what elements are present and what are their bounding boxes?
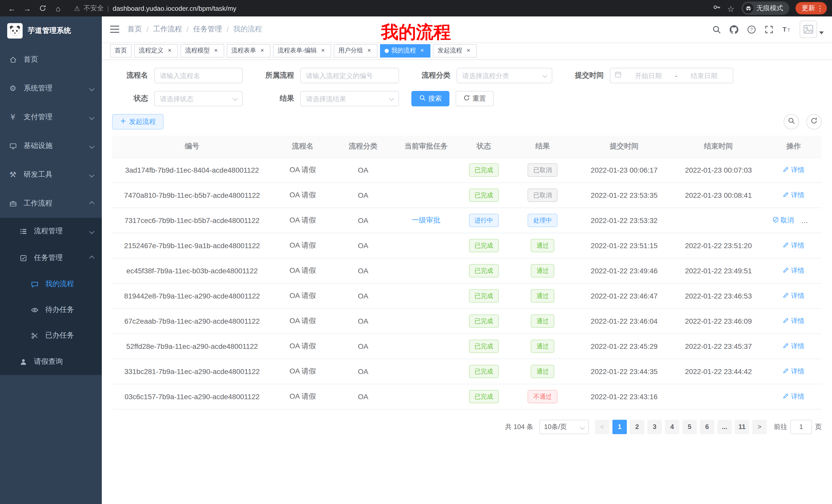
search-button[interactable]: 搜索	[411, 91, 449, 106]
page-button-4[interactable]: 4	[665, 419, 679, 434]
cell-actions: 详情	[766, 183, 822, 207]
result-badge: 通过	[531, 239, 554, 252]
detail-button[interactable]: 详情	[783, 316, 805, 326]
fullscreen-icon[interactable]	[765, 25, 773, 34]
page-button-1[interactable]: 1	[613, 419, 627, 434]
tab-process-model[interactable]: 流程模型×	[181, 44, 224, 57]
breadcrumb-item[interactable]: 首页	[128, 25, 142, 34]
detail-button[interactable]: 详情	[783, 367, 805, 376]
category-select[interactable]	[457, 68, 552, 83]
close-icon[interactable]: ×	[212, 47, 219, 54]
detail-button[interactable]: 详情	[783, 341, 805, 351]
bookmark-star-icon[interactable]: ☆	[727, 4, 735, 12]
kebab-menu-icon[interactable]: ⋮	[816, 4, 824, 12]
sidebar-item-workflow[interactable]: 工作流程	[0, 189, 102, 218]
end-date-input[interactable]	[679, 72, 729, 79]
close-icon[interactable]: ×	[319, 47, 327, 54]
cell-submit-time: 2022-01-22 23:44:35	[577, 359, 671, 384]
password-key-icon[interactable]	[713, 3, 721, 13]
cell-name: OA 请假	[272, 157, 334, 183]
tab-process-form-edit[interactable]: 流程表单-编辑×	[273, 44, 331, 57]
sidebar-item-task-mgmt[interactable]: 任务管理	[0, 245, 102, 271]
page-button-6[interactable]: 6	[700, 419, 714, 434]
close-icon[interactable]: ×	[166, 47, 173, 54]
page-button-5[interactable]: 5	[682, 419, 697, 434]
refresh-table-button[interactable]	[806, 114, 822, 130]
user-menu[interactable]	[800, 21, 824, 38]
page-button-11[interactable]: 11	[735, 419, 749, 434]
process-name-input[interactable]	[154, 68, 243, 83]
detail-button[interactable]: 详情	[783, 165, 805, 174]
status-select[interactable]	[154, 91, 243, 106]
reset-button[interactable]: 重置	[456, 91, 494, 106]
font-size-icon[interactable]: TT	[782, 25, 791, 34]
result-select-input[interactable]	[300, 91, 399, 106]
start-date-input[interactable]	[624, 72, 673, 79]
process-definition-input[interactable]	[300, 68, 399, 83]
sidebar-item-system-mgmt[interactable]: ⚙系统管理	[0, 74, 102, 103]
page-button-2[interactable]: 2	[630, 419, 644, 434]
cell-result: 不通过	[508, 384, 577, 409]
tab-user-group[interactable]: 用户分组×	[334, 44, 378, 57]
submit-time-range[interactable]: -	[610, 68, 733, 83]
show-search-button[interactable]	[784, 114, 799, 130]
calendar-icon	[615, 71, 622, 80]
current-task-link[interactable]: 一级审批	[412, 216, 440, 224]
back-icon[interactable]: ←	[5, 2, 19, 15]
sidebar-item-process-mgmt[interactable]: 流程管理	[0, 218, 102, 245]
detail-button[interactable]: 详情	[783, 291, 805, 300]
github-icon[interactable]	[730, 25, 738, 34]
cell-id: 03c6c157-7b9a-11ec-a290-acde48001122	[112, 384, 272, 409]
address-bar[interactable]: ⚠ 不安全 | dashboard.yudao.iocoder.cn/bpm/t…	[74, 4, 711, 13]
close-icon[interactable]: ×	[259, 47, 266, 54]
sidebar-item-done-tasks[interactable]: 已办任务	[0, 323, 102, 348]
page-size-select[interactable]: 10条/页	[539, 419, 589, 434]
detail-button[interactable]: 详情	[783, 266, 805, 275]
table-row: 2152467e-7b9b-11ec-9a1b-acde48001122OA 请…	[112, 233, 822, 258]
sidebar-item-my-process[interactable]: 我的流程	[0, 271, 102, 297]
status-select-input[interactable]	[154, 91, 243, 106]
prev-page-button[interactable]: <	[595, 419, 609, 434]
sidebar-item-home[interactable]: 首页	[0, 45, 102, 74]
close-icon[interactable]: ×	[465, 47, 472, 54]
sidebar-item-dev-tools[interactable]: ⚒研发工具	[0, 160, 102, 189]
goto-page-input[interactable]	[790, 419, 812, 434]
avatar[interactable]	[800, 21, 817, 38]
breadcrumb-item[interactable]: 工作流程	[153, 25, 182, 34]
sidebar-item-todo-tasks[interactable]: 待办任务	[0, 297, 102, 323]
sidebar-item-label: 支付管理	[24, 113, 52, 122]
refresh-icon[interactable]	[36, 2, 49, 15]
detail-button[interactable]: 详情	[783, 190, 805, 200]
breadcrumb-item[interactable]: 任务管理	[193, 25, 222, 34]
tab-start-process[interactable]: 发起流程×	[433, 44, 477, 57]
result-select[interactable]	[300, 91, 399, 106]
category-select-input[interactable]	[457, 68, 552, 83]
close-icon[interactable]: ×	[366, 47, 373, 54]
tab-my-process[interactable]: 我的流程×	[380, 44, 431, 57]
cell-status: 已完成	[460, 183, 508, 207]
sidebar-item-infrastructure[interactable]: 基础设施	[0, 132, 102, 160]
detail-button[interactable]: 详情	[783, 241, 805, 250]
next-page-button[interactable]: >	[752, 419, 767, 434]
app-logo[interactable]: 芋道管理系统	[0, 17, 102, 45]
sidebar-item-payment-mgmt[interactable]: ¥支付管理	[0, 103, 102, 132]
tab-process-form[interactable]: 流程表单×	[227, 44, 270, 57]
page-button-3[interactable]: 3	[647, 419, 662, 434]
close-icon[interactable]: ×	[419, 47, 426, 54]
page-ellipsis[interactable]: ...	[717, 419, 732, 434]
tab-process-definition[interactable]: 流程定义×	[134, 44, 178, 57]
tab-home[interactable]: 首页	[110, 44, 132, 57]
question-icon[interactable]: ?	[747, 25, 756, 34]
cancel-button[interactable]: 取消	[772, 216, 794, 225]
detail-button[interactable]: 详情	[783, 392, 805, 401]
search-icon[interactable]	[712, 25, 721, 34]
hamburger-icon[interactable]	[110, 26, 119, 33]
start-process-button[interactable]: 发起流程	[112, 114, 163, 130]
forward-icon[interactable]: →	[21, 2, 34, 15]
cell-current-task	[393, 183, 460, 207]
browser-home-icon[interactable]: ⌂	[51, 2, 65, 15]
sidebar-item-leave-query[interactable]: 请假查询	[0, 348, 102, 375]
update-label: 更新	[802, 4, 815, 13]
breadcrumb: 首页/工作流程/任务管理/我的流程	[128, 25, 262, 34]
update-button[interactable]: 更新 ⋮	[796, 2, 827, 15]
